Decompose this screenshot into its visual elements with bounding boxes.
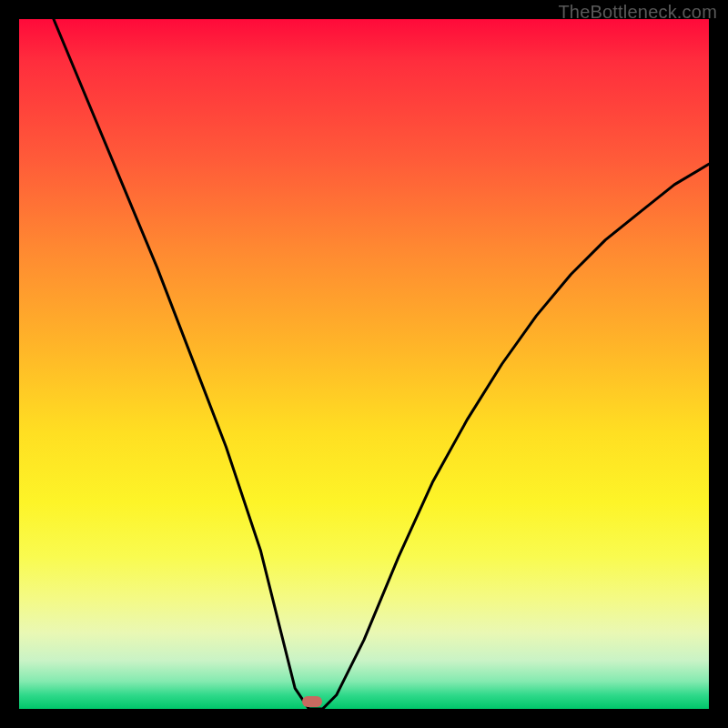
bottleneck-curve [19, 19, 709, 709]
chart-frame: TheBottleneck.com [0, 0, 728, 728]
plot-area [19, 19, 709, 709]
optimal-point-marker [302, 696, 322, 707]
